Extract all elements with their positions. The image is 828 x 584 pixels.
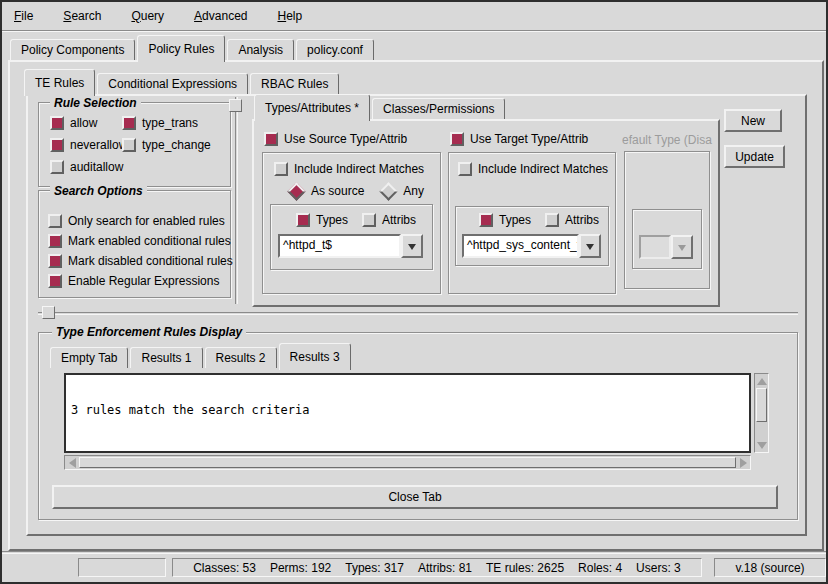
default-type-combobox [639,235,693,259]
horizontal-sash-handle[interactable] [42,306,55,319]
checkbox-label: Types [316,213,348,227]
radio-as-source[interactable]: As source [288,184,364,198]
vertical-scroll-thumb[interactable] [756,388,767,422]
checkbox-include-indirect-matches[interactable]: Include Indirect Matches [458,162,608,176]
tab-policy-components[interactable]: Policy Components [10,39,135,60]
source-kind-checkboxes: TypesAttribs [296,213,416,227]
checkbox-attribs[interactable]: Attribs [362,213,416,227]
tab-classes-permissions[interactable]: Classes/Permissions [372,98,505,119]
checkbox-indicator[interactable] [362,213,376,227]
checkbox-attribs[interactable]: Attribs [545,213,599,227]
checkbox-mark-enabled-conditional-rules[interactable]: Mark enabled conditional rules [48,234,233,248]
tab-results-2[interactable]: Results 2 [205,347,277,368]
menu-help[interactable]: Help [277,9,302,23]
checkbox-indicator[interactable] [296,213,310,227]
status-stat-te-rules: TE rules: 2625 [486,561,564,575]
menu-advanced[interactable]: Advanced [194,9,247,23]
checkbox-types[interactable]: Types [296,213,348,227]
tab-policy-rules[interactable]: Policy Rules [137,35,225,62]
results-text-area[interactable]: 3 rules match the search criteria (5822)… [64,373,751,453]
results-group-title: Type Enforcement Rules Display [52,325,246,339]
use-source-checkbox-wrap: Use Source Type/Attrib [264,132,407,146]
checkbox-allow[interactable]: allow [50,116,122,130]
source-type-combobox[interactable]: ^httpd_t$ [278,234,423,258]
menu-query[interactable]: Query [131,9,164,23]
checkbox-indicator[interactable] [50,138,64,152]
tab-results-3[interactable]: Results 3 [279,343,351,370]
status-empty-panel [78,558,166,577]
tab-te-rules[interactable]: TE Rules [24,69,95,96]
types-attrs-tabs: Types/Attributes *Classes/Permissions [254,94,507,121]
scroll-left-arrow-icon[interactable] [65,456,78,469]
tab-empty-tab[interactable]: Empty Tab [50,347,128,368]
tab-policy-conf[interactable]: policy.conf [296,39,374,60]
checkbox-label: type_trans [142,116,198,130]
checkbox-indicator[interactable] [50,116,64,130]
new-button[interactable]: New [724,109,782,132]
status-stat-types: Types: 317 [345,561,404,575]
search-options-checkboxes: Only search for enabled rulesMark enable… [48,214,233,288]
checkbox-label: Mark disabled conditional rules [68,254,233,268]
checkbox-label: Use Target Type/Attrib [470,132,588,146]
status-stat-perms: Perms: 192 [270,561,331,575]
tab-rbac-rules[interactable]: RBAC Rules [250,73,339,94]
tab-types-attributes[interactable]: Types/Attributes * [254,94,370,121]
scroll-down-arrow-icon[interactable] [755,439,768,452]
checkbox-mark-disabled-conditional-rules[interactable]: Mark disabled conditional rules [48,254,233,268]
checkbox-type-trans[interactable]: type_trans [122,116,225,130]
checkbox-enable-regular-expressions[interactable]: Enable Regular Expressions [48,274,233,288]
checkbox-indicator[interactable] [274,162,288,176]
checkbox-neverallow[interactable]: neverallow [50,138,122,152]
results-horizontal-scrollbar[interactable] [64,455,751,470]
checkbox-indicator[interactable] [264,132,278,146]
checkbox-indicator[interactable] [545,213,559,227]
checkbox-indicator[interactable] [458,162,472,176]
source-type-value[interactable]: ^httpd_t$ [278,234,401,258]
checkbox-indicator[interactable] [479,213,493,227]
checkbox-use-source-type-attrib[interactable]: Use Source Type/Attrib [264,132,407,146]
radio-indicator[interactable] [380,182,398,200]
main-tabs: Policy ComponentsPolicy RulesAnalysispol… [10,35,376,62]
menu-file[interactable]: File [14,9,33,23]
checkbox-label: Use Source Type/Attrib [284,132,407,146]
tab-analysis[interactable]: Analysis [227,39,294,60]
checkbox-indicator[interactable] [48,274,62,288]
target-type-dropdown-button[interactable] [579,234,601,258]
status-stats-panel: Classes: 53Perms: 192Types: 317Attribs: … [172,558,702,577]
radio-any[interactable]: Any [380,184,424,198]
checkbox-label: auditallow [70,160,123,174]
checkbox-include-indirect-matches[interactable]: Include Indirect Matches [274,162,424,176]
vertical-sash-handle[interactable] [229,99,242,112]
checkbox-only-search-for-enabled-rules[interactable]: Only search for enabled rules [48,214,233,228]
checkbox-indicator[interactable] [122,116,136,130]
checkbox-type-change[interactable]: type_change [122,138,225,152]
default-type-dropdown-button [671,235,693,259]
source-type-dropdown-button[interactable] [401,234,423,258]
checkbox-types[interactable]: Types [479,213,531,227]
radio-label: As source [311,184,364,198]
tab-conditional-expressions[interactable]: Conditional Expressions [97,73,248,94]
checkbox-indicator[interactable] [122,138,136,152]
vertical-sash-line [235,97,238,304]
horizontal-scroll-thumb[interactable] [79,457,736,468]
checkbox-auditallow[interactable]: auditallow [50,160,122,174]
target-type-value[interactable]: ^httpd_sys_content_t$ [462,234,579,258]
menu-search[interactable]: Search [63,9,101,23]
checkbox-indicator[interactable] [48,214,62,228]
checkbox-indicator[interactable] [450,132,464,146]
checkbox-indicator[interactable] [48,254,62,268]
default-type-value [639,235,671,259]
status-stat-roles: Roles: 4 [578,561,622,575]
results-vertical-scrollbar[interactable] [754,373,769,453]
radio-label: Any [403,184,424,198]
scroll-right-arrow-icon[interactable] [737,456,750,469]
tab-results-1[interactable]: Results 1 [130,347,202,368]
checkbox-use-target-type-attrib[interactable]: Use Target Type/Attrib [450,132,588,146]
radio-indicator[interactable] [287,182,305,200]
close-tab-button[interactable]: Close Tab [52,485,778,509]
checkbox-indicator[interactable] [48,234,62,248]
target-type-combobox[interactable]: ^httpd_sys_content_t$ [462,234,601,258]
scroll-up-arrow-icon[interactable] [755,374,768,387]
checkbox-indicator[interactable] [50,160,64,174]
update-button[interactable]: Update [724,145,785,168]
